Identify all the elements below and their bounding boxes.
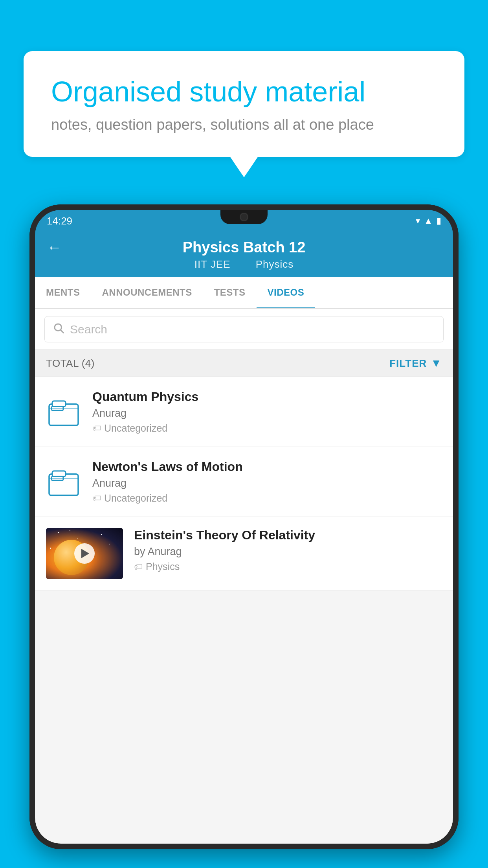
total-count: TOTAL (4): [46, 357, 95, 370]
tag-text-1: Uncategorized: [104, 423, 167, 434]
folder-thumbnail-1: [46, 394, 81, 430]
power-button[interactable]: [457, 354, 459, 381]
volume-down-button[interactable]: [29, 397, 31, 432]
filter-bar: TOTAL (4) FILTER ▼: [35, 350, 453, 377]
list-item[interactable]: Quantum Physics Anurag 🏷 Uncategorized: [35, 377, 453, 447]
hero-subtitle: notes, question papers, solutions all at…: [51, 116, 437, 133]
phone-notch: [220, 210, 268, 224]
tag-icon: 🏷: [134, 562, 143, 572]
video-info-1: Quantum Physics Anurag 🏷 Uncategorized: [92, 390, 442, 434]
svg-rect-4: [52, 401, 66, 406]
list-item[interactable]: Newton's Laws of Motion Anurag 🏷 Uncateg…: [35, 447, 453, 517]
volume-up-button[interactable]: [29, 354, 31, 389]
video-info-3: Einstein's Theory Of Relativity by Anura…: [134, 528, 442, 572]
folder-thumbnail-2: [46, 464, 81, 500]
hero-section: Organised study material notes, question…: [24, 51, 464, 157]
filter-label: FILTER: [389, 357, 427, 370]
video-title-2: Newton's Laws of Motion: [92, 460, 442, 474]
back-button[interactable]: ←: [47, 239, 62, 256]
video-tag-1: 🏷 Uncategorized: [92, 423, 442, 434]
video-list: Quantum Physics Anurag 🏷 Uncategorized: [35, 377, 453, 590]
header-top: ← Physics Batch 12: [47, 239, 441, 256]
play-button[interactable]: [74, 543, 95, 564]
subtitle-part2: Physics: [256, 258, 294, 270]
app-header: ← Physics Batch 12 IIT JEE Physics: [35, 232, 453, 277]
screen-content: ← Physics Batch 12 IIT JEE Physics MENTS…: [35, 232, 453, 844]
tabs-bar: MENTS ANNOUNCEMENTS TESTS VIDEOS: [35, 277, 453, 309]
subtitle-part1: IIT JEE: [194, 258, 231, 270]
list-item[interactable]: Einstein's Theory Of Relativity by Anura…: [35, 517, 453, 590]
tab-videos[interactable]: VIDEOS: [257, 277, 316, 308]
video-title-1: Quantum Physics: [92, 390, 442, 404]
signal-icon: ▲: [424, 216, 433, 226]
volume-silent-button[interactable]: [29, 322, 31, 342]
search-placeholder-text: Search: [70, 323, 107, 336]
video-tag-2: 🏷 Uncategorized: [92, 493, 442, 504]
filter-button[interactable]: FILTER ▼: [389, 357, 442, 370]
tab-announcements[interactable]: ANNOUNCEMENTS: [91, 277, 203, 308]
video-title-3: Einstein's Theory Of Relativity: [134, 528, 442, 542]
video-info-2: Newton's Laws of Motion Anurag 🏷 Uncateg…: [92, 460, 442, 504]
video-author-3: by Anurag: [134, 546, 442, 558]
video-author-1: Anurag: [92, 407, 442, 419]
status-time: 14:29: [47, 215, 72, 227]
search-container: Search: [35, 309, 453, 350]
tag-icon: 🏷: [92, 423, 101, 434]
phone-container: 14:29 ▾ ▲ ▮ ← Physics Batch 12 IIT JEE P…: [29, 204, 459, 849]
tag-icon: 🏷: [92, 493, 101, 504]
search-icon: [53, 322, 64, 337]
tab-tests[interactable]: TESTS: [203, 277, 257, 308]
front-camera: [240, 213, 248, 221]
video-thumbnail-3: [46, 528, 123, 579]
svg-line-1: [61, 330, 64, 333]
wifi-icon: ▾: [416, 216, 420, 226]
video-author-2: Anurag: [92, 477, 442, 489]
svg-rect-7: [52, 471, 66, 476]
tag-text-2: Uncategorized: [104, 493, 167, 504]
hero-title: Organised study material: [51, 75, 437, 108]
tab-ments[interactable]: MENTS: [35, 277, 91, 308]
search-input-wrapper[interactable]: Search: [44, 316, 444, 342]
battery-icon: ▮: [437, 216, 441, 226]
phone-frame: 14:29 ▾ ▲ ▮ ← Physics Batch 12 IIT JEE P…: [29, 204, 459, 849]
play-triangle-icon: [81, 549, 89, 558]
tag-text-3: Physics: [146, 561, 180, 572]
speech-bubble: Organised study material notes, question…: [24, 51, 464, 157]
filter-funnel-icon: ▼: [431, 357, 442, 370]
video-tag-3: 🏷 Physics: [134, 561, 442, 572]
app-subtitle: IIT JEE Physics: [189, 258, 299, 270]
app-title: Physics Batch 12: [183, 239, 306, 256]
status-icons: ▾ ▲ ▮: [416, 216, 441, 226]
